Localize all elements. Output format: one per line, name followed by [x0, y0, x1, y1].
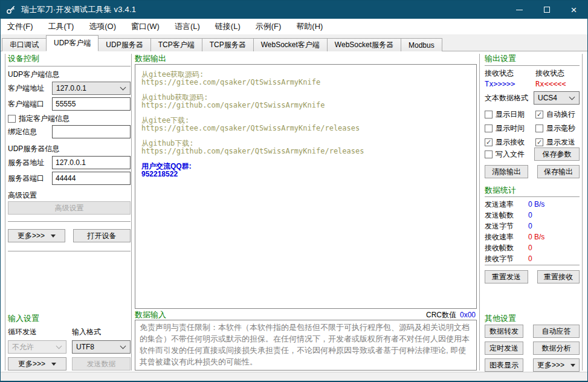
menu-item-window[interactable]: 窗口(W) — [126, 19, 165, 34]
dropdown-caret-icon — [51, 363, 56, 366]
output-settings-panel: 输出设置 接收状态 接收状态 Tx>>>>> Rx<<<<< 文本数据格式 UC… — [485, 54, 580, 372]
stat-value: 0 — [528, 244, 580, 252]
bind-info-input[interactable] — [52, 125, 131, 138]
input-more-dropdown-button[interactable]: 更多>>> — [8, 357, 66, 371]
main-content: 设备控制 UDP客户端信息 客户端地址 127.0.0.1 客户端端口 指定客户… — [1, 51, 587, 372]
bind-info-label: 绑定信息 — [8, 127, 52, 137]
tab-serial-debug[interactable]: 串口调试 — [2, 38, 47, 51]
checkbox-box — [485, 111, 493, 118]
advanced-settings-button[interactable]: 高级设置 — [8, 201, 131, 215]
stat-value: 0 — [528, 222, 580, 230]
stat-value: 0 — [528, 254, 580, 263]
tab-tcp-server[interactable]: TCP服务器 — [202, 38, 254, 51]
qq-group-label: 用户交流QQ群: — [141, 163, 470, 170]
input-format-select[interactable]: UTF8 — [72, 340, 131, 354]
chevron-down-icon — [120, 343, 126, 349]
open-device-button[interactable]: 打开设备 — [73, 229, 131, 242]
udp-server-info-label: UDP服务器信息 — [8, 144, 131, 153]
chart-display-button[interactable]: 图表显示 — [485, 358, 523, 372]
show-tx-checkbox[interactable]: 显示发送 — [535, 137, 580, 147]
advanced-settings-label: 高级设置 — [8, 191, 131, 199]
server-address-input[interactable] — [52, 156, 131, 169]
menu-item-links[interactable]: 链接(L) — [210, 19, 246, 34]
reset-receive-button[interactable]: 重置接收 — [537, 270, 580, 283]
menu-item-tools[interactable]: 工具(T) — [43, 19, 80, 34]
show-date-checkbox[interactable]: 显示日期 — [485, 109, 535, 120]
menu-item-examples[interactable]: 示例(F) — [250, 19, 287, 34]
divider — [8, 251, 131, 251]
show-rx-checkbox[interactable]: 显示接收 — [485, 137, 535, 147]
close-icon: × — [571, 5, 577, 15]
menu-item-file[interactable]: 文件(F) — [2, 19, 39, 34]
other-settings-buttons: 数据转发 自动应答 定时发送 数据分析 图表显示 更多>>> — [485, 325, 580, 372]
stat-value: 0 — [528, 211, 580, 219]
splitter-handle-center-left[interactable] — [131, 54, 132, 371]
clear-output-button[interactable]: 清除输出 — [485, 165, 528, 178]
checkbox-box — [485, 151, 493, 158]
output-settings-title: 输出设置 — [485, 54, 580, 63]
checkbox-box — [535, 138, 543, 146]
title-bar: 瑞士军刀·开发调试工具集 v3.4.1 × — [1, 1, 587, 19]
checkbox-label: 写入文件 — [496, 149, 525, 160]
tx-status-label: 接收状态 — [485, 68, 535, 79]
data-forward-button[interactable]: 数据转发 — [485, 325, 523, 338]
write-file-checkbox[interactable]: 写入文件 — [485, 149, 525, 160]
client-address-value: 127.0.0.1 — [56, 84, 86, 92]
splitter-handle-right[interactable] — [582, 54, 583, 371]
input-settings-panel: 输入设置 循环发送 输入格式 不允许 UTF8 更多>>> — [8, 312, 131, 371]
stat-label: 接收帧数 — [485, 243, 528, 253]
save-output-button[interactable]: 保存输出 — [537, 165, 580, 178]
tab-websocket-server[interactable]: WebSocket服务器 — [327, 38, 401, 51]
stat-row: 接收速率 0 B/s — [485, 231, 580, 242]
qq-group-number: 952218522 — [141, 170, 470, 178]
stat-row: 发送字节 0 — [485, 221, 580, 231]
data-analysis-button[interactable]: 数据分析 — [533, 342, 580, 355]
minimize-button[interactable] — [506, 1, 533, 19]
maximize-button[interactable] — [533, 1, 560, 19]
data-panel: 数据输出 从gitee获取源码: https://gitee.com/qsake… — [135, 54, 477, 373]
save-params-button[interactable]: 保存参数 — [534, 147, 580, 161]
input-format-label: 输入格式 — [72, 327, 101, 335]
auto-wrap-checkbox[interactable]: 自动换行 — [535, 109, 580, 120]
window-controls: × — [506, 1, 587, 19]
close-button[interactable]: × — [560, 1, 587, 19]
stat-label: 发送帧数 — [485, 210, 528, 221]
other-more-dropdown-button[interactable]: 更多>>> — [533, 358, 580, 372]
tab-tcp-client[interactable]: TCP客户端 — [150, 38, 202, 51]
more-dropdown-button[interactable]: 更多>>> — [8, 229, 65, 242]
data-output-view[interactable]: 从gitee获取源码: https://gitee.com/qsaker/QtS… — [135, 64, 477, 309]
text-format-select[interactable]: UCS4 — [534, 91, 580, 105]
server-port-input[interactable] — [52, 172, 131, 185]
client-port-input[interactable] — [52, 97, 131, 111]
divider — [8, 66, 131, 66]
timed-send-button[interactable]: 定时发送 — [485, 342, 523, 355]
menu-item-language[interactable]: 语言(L) — [169, 19, 205, 34]
tab-websocket-client[interactable]: WebSocket客户端 — [253, 38, 328, 51]
tab-modbus[interactable]: Modbus — [401, 38, 442, 51]
menu-item-options[interactable]: 选项(O) — [83, 19, 121, 34]
client-address-select[interactable]: 127.0.0.1 — [52, 82, 131, 95]
specify-client-checkbox[interactable]: 指定客户端信息 — [8, 114, 131, 123]
send-data-button[interactable]: 发送数据 — [72, 357, 131, 371]
show-ms-checkbox[interactable]: 显示毫秒 — [535, 123, 580, 134]
data-input-title: 数据输入 — [135, 310, 166, 320]
stat-label: 发送字节 — [485, 221, 528, 231]
menu-item-help[interactable]: 帮助(H) — [291, 19, 328, 34]
udp-client-info-label: UDP客户端信息 — [8, 70, 131, 79]
status-bar — [1, 372, 587, 381]
show-time-checkbox[interactable]: 显示时间 — [485, 123, 535, 134]
splitter-handle-center-right[interactable] — [479, 54, 480, 371]
data-input-textarea[interactable]: 免责声明与责任限制：本软件（本软件指的是包括但不限于可执行程序包、源码及相关说明… — [135, 320, 477, 371]
output-url: https://github.com/qsaker/QtSwissArmyKni… — [141, 102, 470, 109]
text-format-value: UCS4 — [538, 94, 557, 102]
stat-row: 接收帧数 0 — [485, 242, 580, 253]
auto-reply-button[interactable]: 自动应答 — [533, 325, 580, 338]
tab-udp-client[interactable]: UDP客户端 — [46, 35, 99, 51]
splitter-handle-left[interactable] — [5, 54, 5, 371]
client-address-label: 客户端地址 — [8, 83, 52, 94]
checkbox-label: 显示发送 — [546, 137, 575, 147]
stat-row: 发送帧数 0 — [485, 210, 580, 221]
tab-udp-server[interactable]: UDP服务器 — [98, 38, 150, 51]
cycle-send-select[interactable]: 不允许 — [8, 340, 66, 354]
reset-send-button[interactable]: 重置发送 — [485, 270, 528, 283]
